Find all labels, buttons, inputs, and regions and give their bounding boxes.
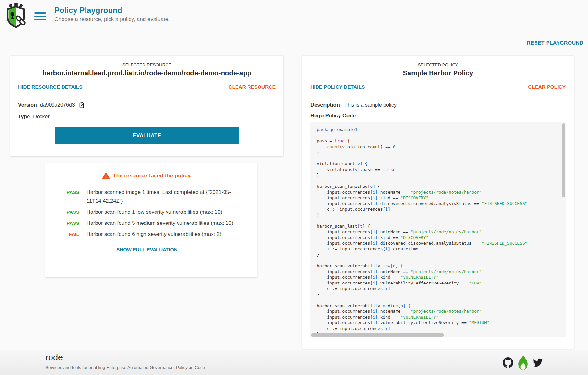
selected-policy-card: SELECTED POLICY Sample Harbor Policy HID… [302,56,574,349]
rode-flame-icon[interactable] [518,355,528,370]
divider [18,96,276,96]
page-title: Policy Playground [54,6,170,15]
evaluation-fail-banner: The resource failed the policy. [52,172,242,179]
description-value: This is a sample policy [344,102,397,108]
rego-code-label: Rego Policy Code [310,113,566,119]
version-row: Version da909a2076d3 [18,101,276,109]
warning-triangle-icon [102,172,110,179]
github-icon[interactable] [503,357,513,368]
result-status-badge: PASS [52,208,79,216]
reset-playground-link[interactable]: RESET PLAYGROUND [527,40,583,46]
evaluation-result-row: PASSHarbor scan found 5 medium severity … [52,219,242,227]
hide-policy-details-link[interactable]: HIDE POLICY DETAILS [310,84,365,90]
selected-policy-eyebrow: SELECTED POLICY [310,62,566,67]
evaluation-result-message: The resource failed the policy. [113,173,191,179]
rego-code-block[interactable]: package example1 pass = true { count(vio… [310,122,566,337]
footer-tagline: Services and tools for enabling Enterpri… [45,365,205,370]
footer-social-links [503,350,543,375]
evaluate-button[interactable]: EVALUATE [55,127,239,144]
description-label: Description [310,102,340,108]
evaluation-result-row: PASSHarbor scan found 1 low severity vul… [52,208,242,216]
rode-shield-logo [3,3,29,30]
clear-policy-link[interactable]: CLEAR POLICY [528,84,566,90]
hamburger-menu-icon[interactable] [34,12,46,22]
page-subtitle: Choose a resource, pick a policy, and ev… [54,16,170,23]
policy-description-row: Description This is a sample policy [310,101,566,109]
result-status-badge: PASS [52,188,79,205]
evaluation-result-row: FAILHarbor scan found 6 high severity vu… [52,230,242,238]
type-value: Docker [33,114,50,120]
code-horizontal-scrollbar-thumb[interactable] [311,333,444,337]
policy-name: Sample Harbor Policy [310,69,566,77]
twitter-icon[interactable] [533,358,543,368]
selected-resource-eyebrow: SELECTED RESOURCE [18,62,276,67]
result-message: Harbor scan found 1 low severity vulnera… [86,208,239,216]
divider [310,96,566,96]
show-full-evaluation-link[interactable]: SHOW FULL EVALUATION [52,247,242,252]
evaluation-result-row: PASSHarbor scanned image 1 times. Last c… [52,188,242,205]
code-vertical-scrollbar-thumb[interactable] [562,123,565,197]
result-status-badge: FAIL [52,230,79,238]
copy-to-clipboard-icon[interactable] [78,102,85,109]
rego-code: package example1 pass = true { count(vio… [310,122,566,337]
resource-name: harbor.internal.lead.prod.liatr.io/rode-… [18,69,276,77]
hide-resource-details-link[interactable]: HIDE RESOURCE DETAILS [18,84,83,90]
result-message: Harbor scan found 6 high severity vulner… [86,230,239,238]
type-row: Type Docker [18,113,276,121]
footer-brand: rode [45,353,63,363]
clear-resource-link[interactable]: CLEAR RESOURCE [228,84,276,90]
type-label: Type [18,114,30,120]
result-message: Harbor scanned image 1 times. Last compl… [86,188,239,205]
result-message: Harbor scan found 5 medium severity vuln… [86,219,239,227]
header-titles: Policy Playground Choose a resource, pic… [54,6,170,23]
app-footer: rode Services and tools for enabling Ent… [0,350,588,375]
result-status-badge: PASS [52,219,79,227]
evaluation-results-list: PASSHarbor scanned image 1 times. Last c… [52,188,242,238]
selected-resource-card: SELECTED RESOURCE harbor.internal.lead.p… [10,56,283,156]
evaluation-result-card: The resource failed the policy. PASSHarb… [45,163,257,277]
version-label: Version [18,102,37,108]
version-value: da909a2076d3 [40,102,75,108]
